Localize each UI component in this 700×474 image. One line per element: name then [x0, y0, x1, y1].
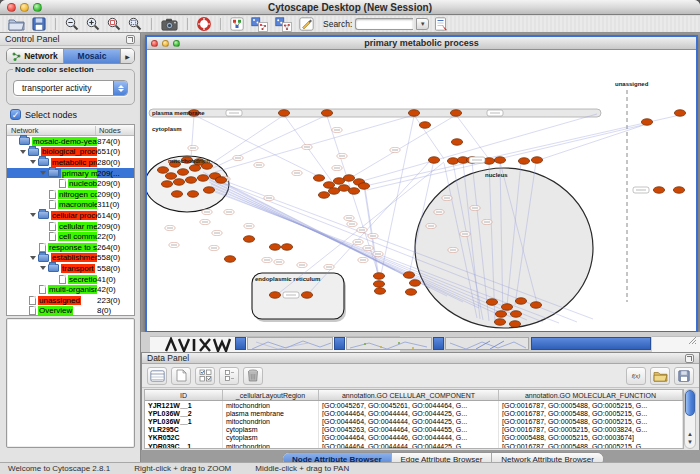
tree-row[interactable]: cell communicat22(0): [7, 231, 134, 242]
network-node[interactable]: [486, 299, 497, 306]
zoom-fit-button[interactable]: [126, 17, 144, 32]
column-header[interactable]: annotation.GO CELLULAR_COMPONENT: [319, 390, 499, 400]
column-header[interactable]: annotation.GO MOLECULAR_FUNCTION: [499, 390, 683, 400]
network-node[interactable]: [373, 281, 384, 288]
network-node[interactable]: [281, 244, 292, 251]
network-node[interactable]: [673, 187, 684, 194]
network-node[interactable]: [343, 175, 354, 182]
tree-row[interactable]: unassigned223(0): [7, 295, 134, 306]
network-node[interactable]: [653, 187, 664, 194]
network-node[interactable]: [358, 183, 369, 190]
attribute-list-button[interactable]: [219, 367, 239, 385]
float-panel-icon[interactable]: [126, 35, 135, 44]
close-button[interactable]: [7, 3, 16, 12]
network-node[interactable]: [495, 311, 506, 318]
minimize-button[interactable]: [20, 3, 29, 12]
vizmapper-button[interactable]: [228, 17, 246, 32]
network-node[interactable]: [313, 175, 324, 182]
network-node[interactable]: [185, 177, 196, 184]
network-node[interactable]: [447, 158, 458, 165]
network-graph[interactable]: plasma membranecytoplasmmitochondrionnuc…: [147, 50, 696, 331]
zoom-selected-button[interactable]: [105, 17, 123, 32]
tree-row[interactable]: response to stimulu264(0): [7, 242, 134, 253]
select-attributes-button[interactable]: [195, 367, 215, 385]
help-button[interactable]: [195, 17, 213, 32]
table-row[interactable]: YPL036W__2plasma membrane[GO:0044464, GO…: [145, 409, 683, 417]
create-view-button[interactable]: [249, 17, 270, 32]
tree-row[interactable]: biological_process651(0): [7, 147, 134, 158]
tree-row[interactable]: nitrogen compo209(0): [7, 189, 134, 200]
network-node[interactable]: [428, 157, 439, 164]
minimize-button[interactable]: [162, 40, 169, 47]
network-node[interactable]: [269, 292, 280, 299]
tree-row[interactable]: establishment of lo558(0): [7, 253, 134, 264]
import-attributes-button[interactable]: [650, 367, 670, 385]
combobox-stepper-icon[interactable]: [113, 81, 127, 95]
network-window-titlebar[interactable]: primary metabolic process: [147, 37, 696, 50]
save-session-button[interactable]: [30, 17, 48, 32]
network-node[interactable]: [641, 119, 652, 126]
network-node[interactable]: [501, 304, 512, 311]
network-node[interactable]: [269, 244, 280, 251]
delete-attribute-button[interactable]: [243, 367, 263, 385]
network-node[interactable]: [189, 165, 200, 172]
birds-eye-view[interactable]: [6, 318, 135, 448]
network-node[interactable]: [403, 272, 414, 279]
zoom-in-button[interactable]: [84, 17, 102, 32]
network-node[interactable]: [450, 110, 461, 117]
zoom-button[interactable]: [33, 3, 42, 12]
tab-mosaic[interactable]: Mosaic: [64, 49, 121, 63]
expander-icon[interactable]: [20, 150, 26, 154]
snapshot-button[interactable]: [159, 17, 180, 32]
table-row[interactable]: YPL036W__1mitochondrion[GO:0044464, GO:0…: [145, 417, 683, 425]
column-header-network[interactable]: Network: [7, 126, 96, 135]
table-row[interactable]: YKR052Ccytoplasm[GO:0044464, GO:0044446,…: [145, 434, 683, 442]
network-node[interactable]: [409, 280, 420, 287]
search-input[interactable]: [355, 18, 413, 30]
tree-row[interactable]: macromolecule311(0): [7, 200, 134, 211]
expander-icon[interactable]: [40, 171, 46, 175]
table-scrollbar[interactable]: ▲ ▼: [684, 389, 696, 449]
scroll-down-icon[interactable]: ▼: [687, 439, 693, 445]
network-node[interactable]: [408, 110, 419, 117]
formula-builder-button[interactable]: f(x): [626, 367, 646, 385]
tree-row[interactable]: mosaic-demo-yeast874(0): [7, 136, 134, 147]
node-color-combobox[interactable]: transporter activity: [13, 80, 128, 96]
network-canvas[interactable]: plasma membranecytoplasmmitochondrionnuc…: [147, 50, 696, 331]
network-node[interactable]: [323, 182, 334, 189]
network-node[interactable]: [278, 110, 289, 117]
network-node[interactable]: [165, 173, 176, 180]
network-node[interactable]: [510, 311, 521, 318]
float-panel-icon[interactable]: [685, 354, 694, 363]
network-node[interactable]: [203, 187, 214, 194]
network-node[interactable]: [333, 178, 344, 185]
column-header[interactable]: _cellularLayoutRegion: [223, 390, 319, 400]
tree-row[interactable]: secretion41(0): [7, 274, 134, 285]
network-node[interactable]: [509, 321, 520, 328]
table-row[interactable]: YLR295Ccytoplasm[GO:0045263, GO:0044464,…: [145, 426, 683, 434]
network-node[interactable]: [243, 236, 254, 243]
network-node[interactable]: [531, 157, 542, 164]
tree-row[interactable]: primary metabol209(...: [7, 168, 134, 179]
network-node[interactable]: [177, 169, 188, 176]
tree-row[interactable]: metabolic process280(0): [7, 157, 134, 168]
network-node[interactable]: [515, 298, 526, 305]
tree-row[interactable]: multi-organism pro42(0): [7, 284, 134, 295]
network-node[interactable]: [197, 175, 208, 182]
save-attributes-button[interactable]: [674, 367, 694, 385]
network-node[interactable]: [173, 179, 184, 186]
expander-icon[interactable]: [30, 160, 36, 164]
network-node[interactable]: [321, 110, 332, 117]
zoom-button[interactable]: [173, 40, 180, 47]
network-node[interactable]: [338, 185, 349, 192]
expander-icon[interactable]: [30, 256, 36, 260]
select-nodes-checkbox[interactable]: ✓: [10, 109, 21, 120]
close-button[interactable]: [151, 40, 158, 47]
table-row[interactable]: YJR121W__1mitochondrion[GO:0045267, GO:0…: [145, 401, 683, 409]
open-session-button[interactable]: [6, 17, 27, 32]
network-node[interactable]: [374, 288, 385, 295]
column-header[interactable]: ID: [145, 390, 223, 400]
tab-network[interactable]: Network: [7, 49, 64, 63]
tree-row[interactable]: transport558(0): [7, 263, 134, 274]
network-node[interactable]: [494, 157, 505, 164]
